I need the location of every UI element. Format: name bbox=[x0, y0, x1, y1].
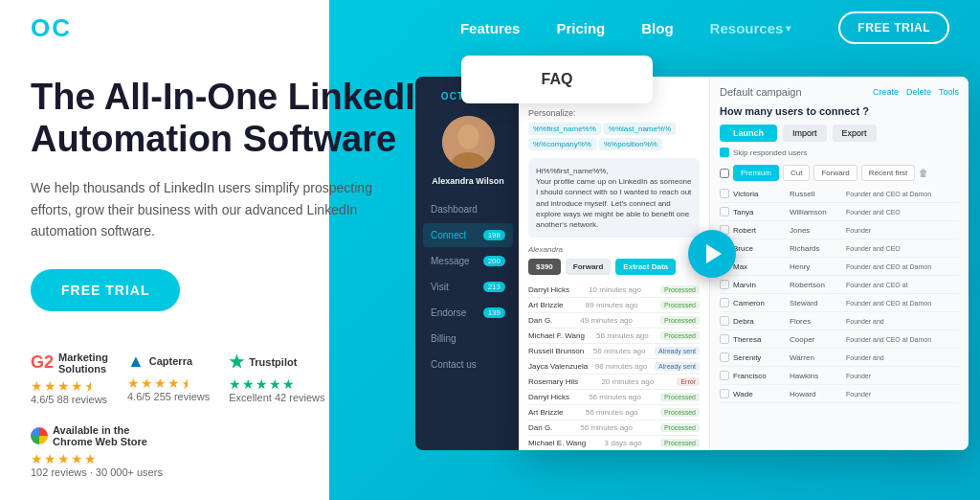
g2-stars: ★★★★⯨ bbox=[31, 378, 108, 394]
table-row: Tanya Williamson Founder and CEO bbox=[720, 203, 959, 221]
free-trial-nav-button[interactable]: FREE TRIAL bbox=[838, 11, 949, 44]
step-button[interactable]: $390 bbox=[528, 259, 561, 275]
tab-recent[interactable]: Recent first bbox=[861, 165, 915, 181]
hero-content: The All-In-One LinkedIn Automation Softw… bbox=[31, 77, 452, 478]
delete-action[interactable]: Delete bbox=[906, 87, 931, 97]
table-row: Francisco Hawkins Founder bbox=[720, 367, 959, 385]
endorse-badge: 139 bbox=[483, 307, 505, 318]
nav-resources[interactable]: Resources ▾ bbox=[710, 20, 791, 36]
table-row: Serenity Warren Founder and bbox=[720, 349, 959, 367]
user-checkbox[interactable] bbox=[720, 298, 729, 307]
sidebar-item-endorse[interactable]: Endorse 139 bbox=[423, 301, 513, 325]
connect-question: How many users to connect ? bbox=[720, 105, 959, 117]
chrome-count: 102 reviews · 30 000+ users bbox=[31, 466, 163, 478]
tag-lastname: %%last_name%% bbox=[604, 123, 676, 135]
trash-icon[interactable]: 🗑 bbox=[919, 168, 928, 178]
table-row: Debra Flores Founder and bbox=[720, 312, 959, 330]
table-row: Marvin Robertson Founder and CEO at bbox=[720, 276, 959, 294]
avatar-name: Alexandra Wilson bbox=[432, 176, 503, 186]
visit-badge: 213 bbox=[483, 282, 505, 292]
svg-point-1 bbox=[457, 125, 479, 149]
right-panel-header: Default campaign Create Delete Tools bbox=[720, 86, 959, 98]
nav-blog[interactable]: Blog bbox=[641, 20, 673, 36]
tab-forward[interactable]: Forward bbox=[813, 165, 857, 181]
table-row: Theresa Cooper Founder and CEO at Damon bbox=[720, 330, 959, 349]
extract-button[interactable]: Extract Data bbox=[615, 259, 676, 275]
personalize-label: Personalize: bbox=[528, 108, 700, 118]
avatar bbox=[442, 116, 495, 169]
sidebar-item-billing[interactable]: Billing bbox=[423, 327, 513, 351]
create-action[interactable]: Create bbox=[873, 87, 899, 97]
export-button[interactable]: Export bbox=[833, 125, 877, 142]
sidebar-item-dashboard[interactable]: Dashboard bbox=[423, 197, 513, 221]
import-button[interactable]: Import bbox=[783, 125, 827, 142]
capterra-name: Capterra bbox=[149, 355, 192, 367]
tools-action[interactable]: Tools bbox=[939, 87, 959, 97]
g2-rating: 4.6/5 88 reviews bbox=[31, 394, 108, 405]
sidebar-item-message[interactable]: Message 200 bbox=[423, 249, 513, 273]
review-g2: G2 MarketingSolutions ★★★★⯨ 4.6/5 88 rev… bbox=[31, 352, 108, 405]
table-row: Cameron Steward Founder and CEO at Damon bbox=[720, 294, 959, 312]
chrome-stars: ★★★★★ bbox=[31, 451, 163, 466]
user-checkbox[interactable] bbox=[720, 352, 729, 362]
sidebar-menu: Dashboard Connect 198 Message 200 Visit … bbox=[415, 197, 521, 378]
message-sender: Alexandra bbox=[528, 245, 700, 254]
g2-icon: G2 bbox=[31, 352, 54, 373]
sidebar-item-visit[interactable]: Visit 213 bbox=[423, 275, 513, 299]
main-nav: Features Pricing Blog Resources ▾ bbox=[460, 20, 791, 36]
list-item: Art Brizzle 89 minutes ago Processed bbox=[528, 298, 700, 313]
nav-pricing[interactable]: Pricing bbox=[556, 20, 605, 36]
review-trustpilot: ★ Trustpilot ★★★★★ Excellent 42 reviews bbox=[229, 352, 324, 403]
g2-name: MarketingSolutions bbox=[58, 352, 108, 375]
user-checkbox[interactable] bbox=[720, 371, 729, 380]
table-row: Max Henry Founder and CEO at Damon bbox=[720, 258, 959, 276]
skip-responded-row: Skip responded users bbox=[720, 148, 959, 157]
tab-premium[interactable]: Premium bbox=[733, 165, 779, 181]
review-capterra: ▲ Capterra ★★★★⯨ 4.6/5 255 reviews bbox=[127, 352, 210, 402]
user-checkbox[interactable] bbox=[720, 207, 729, 216]
user-checkbox[interactable] bbox=[720, 316, 729, 326]
right-panel: Default campaign Create Delete Tools How… bbox=[710, 77, 969, 450]
campaign-actions: Create Delete Tools bbox=[873, 87, 959, 97]
table-tabs: Premium Cut Forward Recent first 🗑 bbox=[720, 165, 959, 181]
hero-subtext: We help thousands of LinkedIn users simp… bbox=[31, 177, 375, 241]
tab-cut[interactable]: Cut bbox=[783, 165, 810, 181]
play-button[interactable] bbox=[688, 230, 736, 278]
header: OCTOPUS Features Pricing Blog Resources … bbox=[0, 0, 980, 56]
message-badge: 200 bbox=[483, 256, 505, 266]
app-sidebar: OCTOPUS Alexandra Wilson Dashboard Conne… bbox=[415, 77, 521, 450]
launch-button[interactable]: Launch bbox=[720, 125, 777, 142]
hero-cta-button[interactable]: FREE TRIAL bbox=[31, 269, 180, 311]
connect-badge: 198 bbox=[483, 230, 505, 240]
capterra-icon: ▲ bbox=[127, 352, 145, 372]
message-body: Your profile came up on LinkedIn as some… bbox=[536, 176, 692, 230]
nav-features[interactable]: Features bbox=[460, 20, 521, 36]
tag-position: %%position%% bbox=[599, 138, 662, 150]
trustpilot-icon: ★ bbox=[229, 352, 244, 373]
trustpilot-stars: ★★★★★ bbox=[229, 376, 324, 392]
capterra-rating: 4.6/5 255 reviews bbox=[127, 391, 210, 402]
action-buttons: $390 Forward Extract Data bbox=[528, 259, 700, 275]
list-item: Dan G. 56 minutes ago Processed bbox=[528, 420, 700, 436]
capterra-stars: ★★★★⯨ bbox=[127, 375, 210, 391]
review-chrome: Available in theChrome Web Store ★★★★★ 1… bbox=[31, 424, 163, 478]
table-row: Wade Howard Founder bbox=[720, 385, 959, 403]
skip-checkbox[interactable] bbox=[720, 148, 729, 157]
list-item: Art Brizzle 56 minutes ago Processed bbox=[528, 405, 700, 420]
user-checkbox[interactable] bbox=[720, 334, 729, 344]
list-item: Darryl Hicks 10 minutes ago Processed bbox=[528, 283, 700, 298]
avatar-image bbox=[442, 116, 495, 169]
sidebar-item-connect[interactable]: Connect 198 bbox=[423, 223, 513, 247]
user-checkbox[interactable] bbox=[720, 389, 729, 398]
list-item: Darryl Hicks 56 minutes ago Processed bbox=[528, 390, 700, 405]
contact-list: Darryl Hicks 10 minutes ago Processed Ar… bbox=[528, 283, 700, 450]
list-item: Rosemary Hils 20 minutes ago Error bbox=[528, 375, 700, 390]
select-all-checkbox[interactable] bbox=[720, 169, 729, 178]
app-main-panel: Connect Personalize: %%first_name%% %%la… bbox=[519, 77, 969, 450]
tag-row: %%first_name%% %%last_name%% %%company%%… bbox=[528, 123, 700, 150]
user-checkbox[interactable] bbox=[720, 280, 729, 289]
sidebar-item-contact[interactable]: Contact us bbox=[423, 352, 513, 376]
user-checkbox[interactable] bbox=[720, 189, 729, 198]
forward-button[interactable]: Forward bbox=[566, 259, 612, 275]
list-item: Russell Brunson 56 minutes ago Already s… bbox=[528, 344, 700, 359]
